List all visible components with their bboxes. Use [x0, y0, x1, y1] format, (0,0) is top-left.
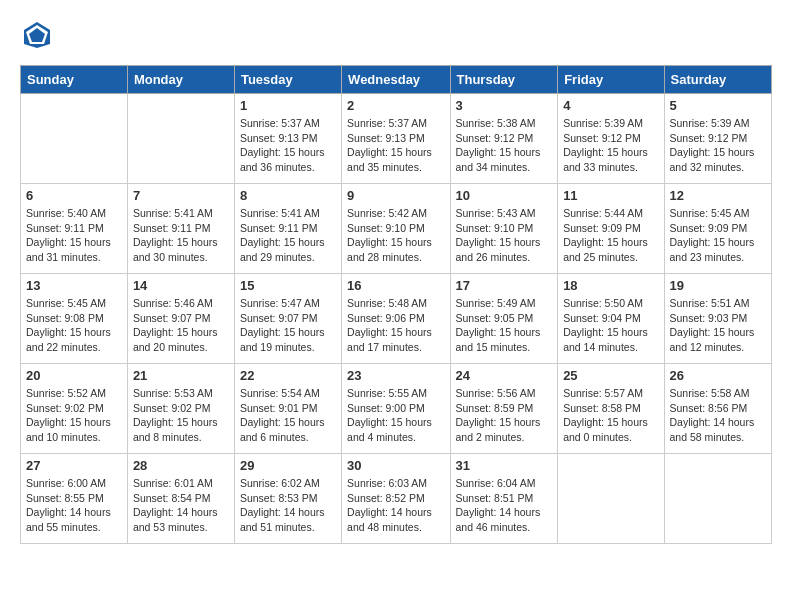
calendar-cell: [558, 454, 664, 544]
day-number: 21: [133, 368, 229, 383]
calendar-cell: 19Sunrise: 5:51 AMSunset: 9:03 PMDayligh…: [664, 274, 771, 364]
calendar-cell: 7Sunrise: 5:41 AMSunset: 9:11 PMDaylight…: [127, 184, 234, 274]
calendar-cell: 9Sunrise: 5:42 AMSunset: 9:10 PMDaylight…: [342, 184, 450, 274]
day-number: 22: [240, 368, 336, 383]
day-header-monday: Monday: [127, 66, 234, 94]
day-info: Sunrise: 5:37 AMSunset: 9:13 PMDaylight:…: [347, 116, 444, 175]
day-header-sunday: Sunday: [21, 66, 128, 94]
calendar-cell: [127, 94, 234, 184]
calendar-cell: 24Sunrise: 5:56 AMSunset: 8:59 PMDayligh…: [450, 364, 558, 454]
day-info: Sunrise: 5:48 AMSunset: 9:06 PMDaylight:…: [347, 296, 444, 355]
day-number: 19: [670, 278, 766, 293]
day-number: 30: [347, 458, 444, 473]
day-info: Sunrise: 5:47 AMSunset: 9:07 PMDaylight:…: [240, 296, 336, 355]
calendar-cell: 18Sunrise: 5:50 AMSunset: 9:04 PMDayligh…: [558, 274, 664, 364]
day-info: Sunrise: 5:50 AMSunset: 9:04 PMDaylight:…: [563, 296, 658, 355]
day-number: 27: [26, 458, 122, 473]
day-info: Sunrise: 5:45 AMSunset: 9:09 PMDaylight:…: [670, 206, 766, 265]
header-row: SundayMondayTuesdayWednesdayThursdayFrid…: [21, 66, 772, 94]
day-header-friday: Friday: [558, 66, 664, 94]
day-info: Sunrise: 5:54 AMSunset: 9:01 PMDaylight:…: [240, 386, 336, 445]
calendar-cell: 22Sunrise: 5:54 AMSunset: 9:01 PMDayligh…: [234, 364, 341, 454]
calendar-cell: 1Sunrise: 5:37 AMSunset: 9:13 PMDaylight…: [234, 94, 341, 184]
day-info: Sunrise: 6:04 AMSunset: 8:51 PMDaylight:…: [456, 476, 553, 535]
day-header-saturday: Saturday: [664, 66, 771, 94]
calendar-cell: 8Sunrise: 5:41 AMSunset: 9:11 PMDaylight…: [234, 184, 341, 274]
calendar-cell: 6Sunrise: 5:40 AMSunset: 9:11 PMDaylight…: [21, 184, 128, 274]
day-header-thursday: Thursday: [450, 66, 558, 94]
day-number: 3: [456, 98, 553, 113]
day-info: Sunrise: 6:00 AMSunset: 8:55 PMDaylight:…: [26, 476, 122, 535]
day-number: 25: [563, 368, 658, 383]
calendar-cell: 23Sunrise: 5:55 AMSunset: 9:00 PMDayligh…: [342, 364, 450, 454]
day-info: Sunrise: 5:51 AMSunset: 9:03 PMDaylight:…: [670, 296, 766, 355]
calendar-cell: 26Sunrise: 5:58 AMSunset: 8:56 PMDayligh…: [664, 364, 771, 454]
day-info: Sunrise: 5:58 AMSunset: 8:56 PMDaylight:…: [670, 386, 766, 445]
calendar-cell: 31Sunrise: 6:04 AMSunset: 8:51 PMDayligh…: [450, 454, 558, 544]
calendar-cell: 3Sunrise: 5:38 AMSunset: 9:12 PMDaylight…: [450, 94, 558, 184]
day-number: 23: [347, 368, 444, 383]
day-number: 6: [26, 188, 122, 203]
day-info: Sunrise: 5:45 AMSunset: 9:08 PMDaylight:…: [26, 296, 122, 355]
day-info: Sunrise: 5:40 AMSunset: 9:11 PMDaylight:…: [26, 206, 122, 265]
day-number: 20: [26, 368, 122, 383]
page-header: [20, 20, 772, 55]
calendar-cell: 4Sunrise: 5:39 AMSunset: 9:12 PMDaylight…: [558, 94, 664, 184]
day-info: Sunrise: 5:39 AMSunset: 9:12 PMDaylight:…: [563, 116, 658, 175]
day-info: Sunrise: 6:03 AMSunset: 8:52 PMDaylight:…: [347, 476, 444, 535]
day-number: 11: [563, 188, 658, 203]
day-info: Sunrise: 5:44 AMSunset: 9:09 PMDaylight:…: [563, 206, 658, 265]
day-number: 12: [670, 188, 766, 203]
day-number: 7: [133, 188, 229, 203]
day-header-wednesday: Wednesday: [342, 66, 450, 94]
day-number: 31: [456, 458, 553, 473]
logo-icon: [22, 20, 52, 50]
calendar-cell: [664, 454, 771, 544]
calendar-cell: 15Sunrise: 5:47 AMSunset: 9:07 PMDayligh…: [234, 274, 341, 364]
day-number: 28: [133, 458, 229, 473]
logo: [20, 20, 52, 55]
day-number: 14: [133, 278, 229, 293]
calendar-cell: 29Sunrise: 6:02 AMSunset: 8:53 PMDayligh…: [234, 454, 341, 544]
day-info: Sunrise: 5:42 AMSunset: 9:10 PMDaylight:…: [347, 206, 444, 265]
calendar-cell: 13Sunrise: 5:45 AMSunset: 9:08 PMDayligh…: [21, 274, 128, 364]
day-number: 9: [347, 188, 444, 203]
day-number: 16: [347, 278, 444, 293]
calendar-cell: 28Sunrise: 6:01 AMSunset: 8:54 PMDayligh…: [127, 454, 234, 544]
day-info: Sunrise: 5:43 AMSunset: 9:10 PMDaylight:…: [456, 206, 553, 265]
calendar-cell: 10Sunrise: 5:43 AMSunset: 9:10 PMDayligh…: [450, 184, 558, 274]
day-number: 1: [240, 98, 336, 113]
day-number: 2: [347, 98, 444, 113]
calendar-table: SundayMondayTuesdayWednesdayThursdayFrid…: [20, 65, 772, 544]
day-number: 17: [456, 278, 553, 293]
day-header-tuesday: Tuesday: [234, 66, 341, 94]
calendar-cell: 21Sunrise: 5:53 AMSunset: 9:02 PMDayligh…: [127, 364, 234, 454]
day-info: Sunrise: 5:55 AMSunset: 9:00 PMDaylight:…: [347, 386, 444, 445]
day-info: Sunrise: 6:02 AMSunset: 8:53 PMDaylight:…: [240, 476, 336, 535]
day-info: Sunrise: 6:01 AMSunset: 8:54 PMDaylight:…: [133, 476, 229, 535]
calendar-cell: [21, 94, 128, 184]
day-info: Sunrise: 5:39 AMSunset: 9:12 PMDaylight:…: [670, 116, 766, 175]
day-info: Sunrise: 5:46 AMSunset: 9:07 PMDaylight:…: [133, 296, 229, 355]
day-number: 10: [456, 188, 553, 203]
calendar-cell: 16Sunrise: 5:48 AMSunset: 9:06 PMDayligh…: [342, 274, 450, 364]
calendar-cell: 27Sunrise: 6:00 AMSunset: 8:55 PMDayligh…: [21, 454, 128, 544]
calendar-cell: 2Sunrise: 5:37 AMSunset: 9:13 PMDaylight…: [342, 94, 450, 184]
week-row-2: 6Sunrise: 5:40 AMSunset: 9:11 PMDaylight…: [21, 184, 772, 274]
calendar-cell: 11Sunrise: 5:44 AMSunset: 9:09 PMDayligh…: [558, 184, 664, 274]
day-number: 15: [240, 278, 336, 293]
week-row-1: 1Sunrise: 5:37 AMSunset: 9:13 PMDaylight…: [21, 94, 772, 184]
day-number: 5: [670, 98, 766, 113]
day-info: Sunrise: 5:49 AMSunset: 9:05 PMDaylight:…: [456, 296, 553, 355]
day-info: Sunrise: 5:37 AMSunset: 9:13 PMDaylight:…: [240, 116, 336, 175]
day-info: Sunrise: 5:52 AMSunset: 9:02 PMDaylight:…: [26, 386, 122, 445]
day-info: Sunrise: 5:57 AMSunset: 8:58 PMDaylight:…: [563, 386, 658, 445]
day-number: 29: [240, 458, 336, 473]
day-number: 24: [456, 368, 553, 383]
calendar-cell: 30Sunrise: 6:03 AMSunset: 8:52 PMDayligh…: [342, 454, 450, 544]
calendar-cell: 5Sunrise: 5:39 AMSunset: 9:12 PMDaylight…: [664, 94, 771, 184]
day-number: 13: [26, 278, 122, 293]
day-number: 18: [563, 278, 658, 293]
day-number: 8: [240, 188, 336, 203]
calendar-cell: 25Sunrise: 5:57 AMSunset: 8:58 PMDayligh…: [558, 364, 664, 454]
